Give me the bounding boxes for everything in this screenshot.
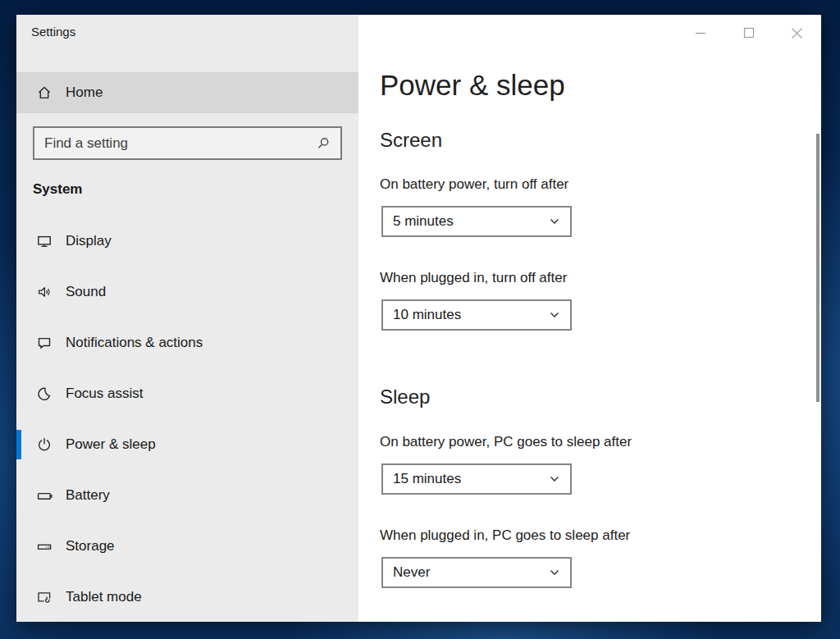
dropdown-value: 10 minutes: [393, 307, 547, 323]
battery-sleep-timeout-dropdown[interactable]: 15 minutes: [381, 463, 572, 495]
chevron-down-icon: [547, 565, 562, 580]
sidebar-item-label: Battery: [66, 487, 110, 504]
vertical-scrollbar-thumb[interactable]: [816, 134, 819, 402]
pluggedin-screen-timeout-dropdown[interactable]: 10 minutes: [381, 299, 572, 331]
search-box: [33, 126, 342, 160]
sidebar-item-label: Home: [66, 84, 103, 101]
content-pane: Power & sleep Screen On battery power, t…: [358, 15, 821, 622]
display-icon: [36, 233, 52, 249]
sidebar-item-label: Display: [66, 233, 112, 249]
section-heading-sleep: Sleep: [380, 386, 430, 409]
dropdown-value: 15 minutes: [393, 471, 547, 487]
page-title: Power & sleep: [380, 69, 565, 102]
maximize-button[interactable]: [724, 15, 773, 51]
sidebar-item-label: Tablet mode: [66, 589, 142, 605]
home-icon: [36, 84, 52, 101]
sidebar-nav: Display Sound: [16, 216, 358, 623]
window-title: Settings: [31, 25, 75, 39]
settings-window: Settings Home System: [16, 15, 821, 622]
close-icon: [791, 27, 803, 39]
sound-icon: [36, 284, 52, 300]
focus-assist-icon: [36, 386, 52, 402]
search-icon: [314, 135, 331, 152]
minimize-button[interactable]: [676, 15, 724, 51]
titlebar[interactable]: [358, 15, 676, 51]
tablet-mode-icon: [36, 589, 52, 605]
minimize-icon: [695, 27, 706, 39]
close-button[interactable]: [773, 15, 821, 51]
window-controls: [676, 15, 821, 51]
sidebar: Settings Home System: [16, 15, 358, 622]
sidebar-item-sound[interactable]: Sound: [16, 267, 358, 317]
maximize-icon: [743, 27, 755, 39]
sidebar-item-label: Power & sleep: [66, 436, 156, 453]
sidebar-item-focus-assist[interactable]: Focus assist: [16, 368, 358, 419]
sidebar-item-storage[interactable]: Storage: [16, 521, 358, 572]
search-input[interactable]: [34, 128, 314, 158]
sidebar-item-display[interactable]: Display: [16, 216, 358, 267]
storage-icon: [36, 538, 52, 555]
dropdown-value: Never: [393, 564, 547, 581]
chevron-down-icon: [547, 472, 562, 486]
power-icon: [36, 436, 52, 453]
field-label: On battery power, turn off after: [380, 176, 568, 193]
battery-icon: [36, 487, 52, 504]
field-label: On battery power, PC goes to sleep after: [380, 434, 632, 450]
sidebar-item-tablet-mode[interactable]: Tablet mode: [16, 572, 358, 623]
field-label: When plugged in, PC goes to sleep after: [380, 527, 630, 544]
sidebar-item-battery[interactable]: Battery: [16, 470, 358, 521]
notifications-icon: [36, 335, 52, 351]
sidebar-item-label: Storage: [66, 538, 115, 555]
section-heading-screen: Screen: [380, 129, 442, 152]
sidebar-section-header: System: [33, 181, 82, 198]
pluggedin-sleep-timeout-dropdown[interactable]: Never: [381, 557, 572, 588]
chevron-down-icon: [547, 308, 562, 322]
sidebar-item-power-sleep[interactable]: Power & sleep: [16, 419, 358, 470]
battery-screen-timeout-dropdown[interactable]: 5 minutes: [381, 206, 572, 237]
selection-accent-bar: [16, 430, 21, 459]
sidebar-item-label: Notifications & actions: [66, 335, 203, 351]
sidebar-item-label: Sound: [66, 284, 106, 300]
sidebar-item-label: Focus assist: [66, 386, 143, 402]
sidebar-item-home[interactable]: Home: [16, 72, 358, 113]
chevron-down-icon: [547, 214, 562, 229]
dropdown-value: 5 minutes: [393, 213, 547, 230]
sidebar-item-notifications[interactable]: Notifications & actions: [16, 317, 358, 368]
field-label: When plugged in, turn off after: [380, 270, 567, 286]
